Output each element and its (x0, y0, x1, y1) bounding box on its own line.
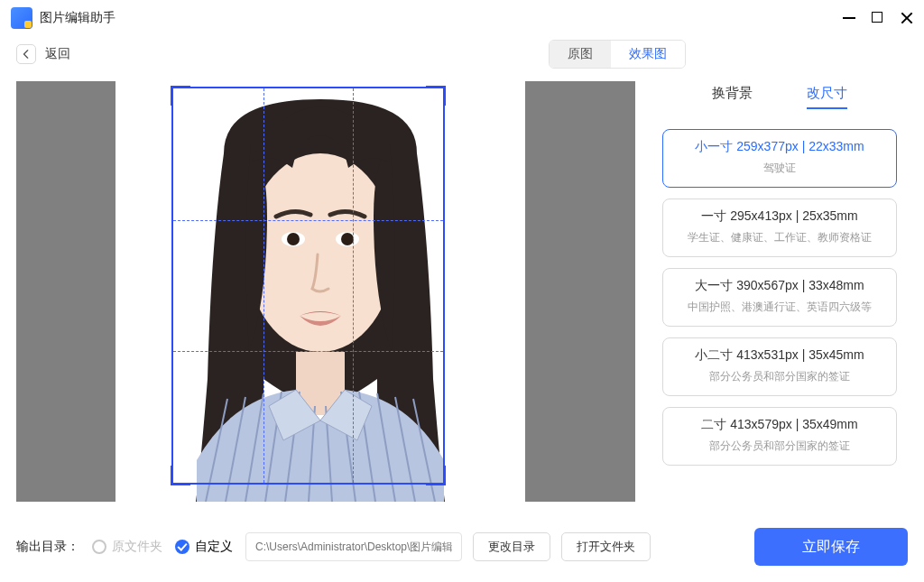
footer: 输出目录： 原文件夹 自定义 更改目录 打开文件夹 立即保存 (0, 522, 924, 572)
back-label: 返回 (45, 46, 70, 62)
size-title: 小二寸 413x531px | 35x45mm (674, 347, 885, 364)
back-button[interactable]: 返回 (16, 44, 70, 64)
open-folder-button[interactable]: 打开文件夹 (561, 532, 651, 561)
size-desc: 驾驶证 (674, 161, 885, 176)
svg-point-6 (341, 233, 354, 245)
tab-result[interactable]: 效果图 (611, 41, 685, 68)
side-tabs: 换背景 改尺寸 (662, 81, 897, 109)
photo-preview (116, 81, 525, 502)
size-option-3[interactable]: 小二寸 413x531px | 35x45mm 部分公务员和部分国家的签证 (662, 337, 897, 396)
size-option-1[interactable]: 一寸 295x413px | 25x35mm 学生证、健康证、工作证、教师资格证 (662, 199, 897, 257)
size-title: 二寸 413x579px | 35x49mm (674, 417, 885, 433)
tab-change-background[interactable]: 换背景 (712, 85, 753, 109)
svg-point-4 (287, 233, 300, 245)
size-desc: 中国护照、港澳通行证、英语四六级等 (674, 300, 885, 315)
close-button[interactable] (901, 12, 913, 24)
output-path-input[interactable] (245, 532, 462, 561)
topbar: 返回 原图 效果图 (0, 36, 924, 72)
size-title: 小一寸 259x377px | 22x33mm (674, 139, 885, 155)
radio-label: 原文件夹 (112, 539, 162, 555)
sidebar: 换背景 改尺寸 小一寸 259x377px | 22x33mm 驾驶证 一寸 2… (662, 81, 897, 522)
app-icon (11, 7, 32, 29)
titlebar: 图片编辑助手 (0, 0, 924, 36)
size-option-2[interactable]: 大一寸 390x567px | 33x48mm 中国护照、港澳通行证、英语四六级… (662, 268, 897, 327)
image-canvas[interactable] (16, 81, 635, 502)
window-controls (843, 12, 913, 24)
output-dir-label: 输出目录： (16, 539, 79, 555)
chevron-left-icon (16, 44, 36, 64)
radio-original-folder[interactable]: 原文件夹 (92, 539, 162, 555)
save-button[interactable]: 立即保存 (754, 528, 908, 566)
size-option-0[interactable]: 小一寸 259x377px | 22x33mm 驾驶证 (662, 129, 897, 188)
size-desc: 学生证、健康证、工作证、教师资格证 (674, 230, 885, 245)
radio-icon (92, 540, 106, 554)
radio-label: 自定义 (195, 539, 233, 555)
main-area: 换背景 改尺寸 小一寸 259x377px | 22x33mm 驾驶证 一寸 2… (0, 72, 924, 522)
size-desc: 部分公务员和部分国家的签证 (674, 369, 885, 384)
size-title: 一寸 295x413px | 25x35mm (674, 208, 885, 225)
size-desc: 部分公务员和部分国家的签证 (674, 439, 885, 454)
change-dir-button[interactable]: 更改目录 (473, 532, 550, 561)
app-title: 图片编辑助手 (40, 10, 843, 26)
size-title: 大一寸 390x567px | 33x48mm (674, 278, 885, 294)
view-tabs: 原图 效果图 (549, 40, 686, 69)
minimize-button[interactable] (843, 12, 855, 24)
radio-checked-icon (175, 540, 189, 554)
radio-custom-folder[interactable]: 自定义 (175, 539, 233, 555)
tab-resize[interactable]: 改尺寸 (807, 85, 847, 109)
maximize-button[interactable] (872, 12, 884, 24)
tab-original[interactable]: 原图 (550, 41, 611, 68)
size-option-4[interactable]: 二寸 413x579px | 35x49mm 部分公务员和部分国家的签证 (662, 407, 897, 466)
